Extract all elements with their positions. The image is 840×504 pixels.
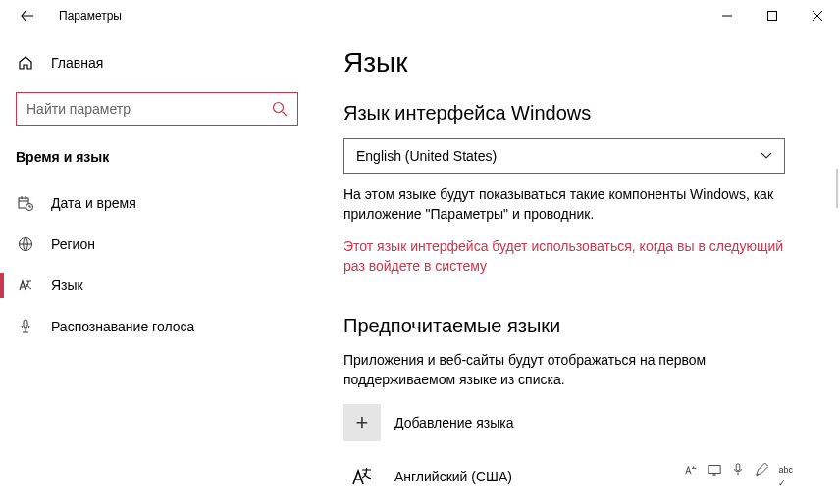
window-controls (705, 0, 840, 31)
nav-item-label: Распознавание голоса (51, 319, 194, 334)
display-language-heading: Язык интерфейса Windows (343, 102, 801, 125)
minimize-icon (722, 11, 732, 21)
preferred-languages-heading: Предпочитаемые языки (343, 315, 801, 337)
language-glyph-icon (343, 465, 381, 488)
close-icon (813, 11, 822, 21)
calendar-clock-icon (16, 195, 35, 211)
add-language-label: Добавление языка (394, 415, 514, 430)
chevron-down-icon (761, 152, 772, 160)
maximize-icon (767, 11, 777, 21)
globe-icon (16, 236, 35, 252)
titlebar: Параметры (0, 0, 840, 31)
tts-icon (684, 463, 698, 490)
svg-point-1 (274, 103, 284, 113)
nav-item-label: Регион (51, 236, 95, 252)
home-icon (16, 55, 35, 71)
preferred-languages-desc: Приложения и веб-сайты будут отображатьс… (343, 351, 785, 389)
scrollbar[interactable] (836, 169, 838, 208)
dropdown-value: English (United States) (356, 148, 497, 164)
page-title: Язык (343, 47, 801, 78)
add-language-button[interactable]: + Добавление языка (343, 404, 801, 441)
svg-rect-7 (737, 463, 741, 470)
svg-rect-5 (24, 320, 27, 328)
speech-icon (731, 463, 745, 490)
svg-rect-6 (709, 465, 720, 473)
display-language-warning: Этот язык интерфейса будет использоватьс… (343, 237, 785, 276)
svg-rect-0 (768, 12, 777, 21)
maximize-button[interactable] (750, 0, 795, 31)
language-feature-icons: abc✓ (684, 463, 793, 490)
handwriting-icon (755, 463, 768, 490)
plus-icon: + (343, 404, 381, 441)
display-language-desc: На этом языке будут показываться такие к… (343, 185, 785, 224)
search-box[interactable] (16, 92, 298, 126)
minimize-button[interactable] (705, 0, 750, 31)
language-item[interactable]: Английский (США) abc✓ (343, 459, 801, 494)
nav-item-label: Дата и время (51, 195, 136, 211)
search-icon (272, 101, 288, 117)
language-item-name: Английский (США) (394, 469, 684, 484)
display-icon (708, 463, 721, 490)
nav-item-region[interactable]: Регион (0, 224, 298, 265)
language-icon (16, 277, 35, 293)
nav-item-language[interactable]: Язык (0, 265, 298, 306)
close-button[interactable] (795, 0, 840, 31)
home-label: Главная (51, 55, 103, 71)
back-button[interactable] (12, 0, 43, 31)
home-button[interactable]: Главная (16, 47, 298, 78)
search-input[interactable] (26, 101, 262, 117)
main-content: Язык Язык интерфейса Windows English (Un… (314, 31, 840, 504)
window-title: Параметры (59, 9, 122, 23)
display-language-dropdown[interactable]: English (United States) (343, 138, 785, 174)
abc-icon: abc✓ (778, 463, 793, 490)
nav-item-speech[interactable]: Распознавание голоса (0, 306, 298, 347)
sidebar: Главная Время и язык Дата и время Регион (0, 31, 314, 504)
category-header: Время и язык (16, 149, 298, 165)
nav-item-label: Язык (51, 277, 83, 293)
microphone-icon (16, 319, 35, 334)
arrow-left-icon (21, 9, 34, 23)
nav-item-date-time[interactable]: Дата и время (0, 182, 298, 224)
